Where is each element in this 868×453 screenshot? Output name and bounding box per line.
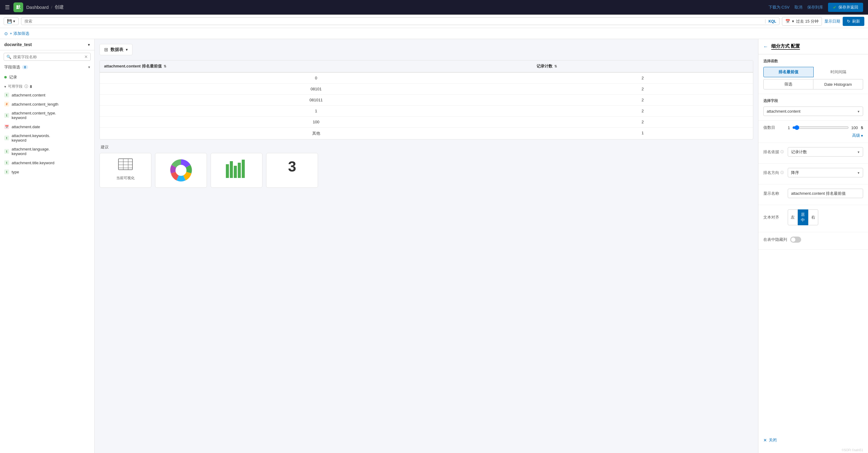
suggestion-card-pie[interactable] — [155, 153, 207, 188]
slider-value: 5 — [861, 125, 863, 130]
align-left-button[interactable]: 左 — [788, 209, 798, 225]
search-input[interactable] — [24, 19, 763, 24]
field-item-attachment-keywords[interactable]: t attachment.keywords.keyword — [0, 131, 94, 145]
field-item-attachment-content[interactable]: t attachment.content — [0, 90, 94, 99]
func-date-histogram-button[interactable]: Date Histogram — [813, 79, 863, 89]
center-panel: ⊞ 数据表 ▾ attachment.content 排名最前值 ⇅ 记录计数 … — [95, 39, 758, 453]
display-name-section: 显示名称 — [758, 184, 868, 205]
suggestions-grid: 当前可视化 — [99, 153, 753, 188]
table-cell: 08101 — [100, 84, 532, 94]
field-item-attachment-content-length[interactable]: # attachment.content_length — [0, 99, 94, 109]
panel-header: ← 细分方式 配置 — [758, 39, 868, 54]
refresh-icon: ↻ — [847, 19, 850, 24]
table-row: 其他 1 — [100, 128, 753, 139]
field-filter-label: 字段筛选 0 — [4, 64, 28, 70]
display-name-label: 显示名称 — [763, 191, 785, 196]
nav-title: Dashboard — [26, 5, 49, 10]
index-chevron-icon: ▾ — [88, 42, 90, 47]
sort-by-label: 排名依据 ⓘ — [763, 149, 785, 155]
field-filter-badge: 0 — [22, 65, 28, 69]
hide-column-label: 在表中隐藏列 — [763, 237, 787, 242]
kql-badge[interactable]: KQL — [765, 19, 776, 24]
svg-point-7 — [176, 165, 186, 176]
nav-actions: 下载为 CSV 取消 保存到库 ✔ 保存并返回 — [769, 3, 863, 12]
table-cell: 2 — [532, 95, 753, 105]
svg-rect-8 — [226, 164, 229, 178]
table-cell: 2 — [532, 105, 753, 116]
values-count-slider[interactable] — [792, 125, 849, 130]
back-button[interactable]: ← — [763, 44, 768, 50]
filter-expand-icon[interactable]: ⊙ — [4, 31, 8, 36]
align-center-button[interactable]: 居中 — [798, 209, 808, 225]
field-list: t attachment.content # attachment.conten… — [0, 90, 94, 453]
download-csv-button[interactable]: 下载为 CSV — [769, 5, 789, 10]
field-item-attachment-language[interactable]: t attachment.language.keyword — [0, 145, 94, 158]
field-item-attachment-content-type[interactable]: t attachment.content_type.keyword — [0, 109, 94, 122]
data-table-panel: attachment.content 排名最前值 ⇅ 记录计数 ⇅ 0 2 08… — [99, 60, 753, 140]
field-item-attachment-date[interactable]: 📅 attachment.date — [0, 122, 94, 131]
clear-search-icon[interactable]: ✕ — [84, 54, 88, 59]
close-button[interactable]: ✕ 关闭 — [758, 433, 868, 447]
save-return-button[interactable]: ✔ 保存并返回 — [828, 3, 863, 12]
values-count-section: 值数目 1 100 5 高级 ▾ — [758, 121, 868, 143]
index-selector[interactable]: docwrite_test ▾ — [0, 39, 94, 50]
close-icon: ✕ — [763, 438, 767, 443]
table-row: 1 2 — [100, 105, 753, 117]
field-type-badge: 📅 — [4, 124, 9, 129]
time-picker[interactable]: 📅 ▾ 过去 15 分钟 — [782, 17, 822, 26]
suggestion-card-number[interactable]: 3 — [266, 153, 318, 188]
table-cell: 081011 — [100, 95, 532, 105]
table-cell: 1 — [100, 105, 532, 116]
cancel-button[interactable]: 取消 — [795, 5, 802, 10]
func-top-values-button[interactable]: 排名最前值 — [763, 67, 814, 77]
hamburger-icon[interactable]: ☰ — [5, 4, 10, 11]
column-header-count[interactable]: 记录计数 ⇅ — [532, 60, 753, 72]
hide-column-row: 在表中隐藏列 — [763, 237, 863, 243]
advanced-toggle[interactable]: 高级 ▾ — [852, 133, 863, 138]
field-item-type[interactable]: t type — [0, 167, 94, 176]
func-time-interval-button[interactable]: 时间间隔 — [814, 67, 863, 77]
align-right-button[interactable]: 右 — [808, 209, 818, 225]
field-search-input[interactable] — [13, 55, 84, 59]
field-select[interactable]: attachment.content — [763, 107, 863, 116]
top-navigation: ☰ 默 Dashboard / 创建 下载为 CSV 取消 保存到库 ✔ 保存并… — [0, 0, 868, 14]
sort-by-section: 排名依据 ⓘ 记录计数 — [758, 143, 868, 163]
text-align-label: 文本对齐 — [763, 215, 785, 220]
field-name: type — [11, 170, 19, 174]
column-header-content[interactable]: attachment.content 排名最前值 ⇅ — [100, 60, 532, 72]
show-date-button[interactable]: 显示日期 — [824, 19, 840, 24]
sort-by-select[interactable]: 记录计数 — [788, 147, 863, 157]
records-item[interactable]: 记录 — [0, 72, 94, 82]
suggestions-title: 建议 — [99, 144, 753, 150]
add-filter-button[interactable]: + 添加筛选 — [10, 31, 29, 36]
pie-chart-icon — [169, 158, 193, 183]
select-field-title: 选择字段 — [763, 98, 863, 103]
sort-direction-select[interactable]: 降序 — [788, 168, 863, 177]
suggestions-panel: 建议 当前可视化 — [99, 144, 753, 188]
sort-direction-section: 排名方向 ⓘ 降序 — [758, 163, 868, 184]
visualization-type-selector[interactable]: ⊞ 数据表 ▾ — [99, 44, 132, 55]
field-type-badge: t — [4, 113, 9, 118]
field-filter-row: 字段筛选 0 ▾ — [0, 63, 94, 72]
text-align-section: 文本对齐 左 居中 右 — [758, 205, 868, 232]
func-filter-button[interactable]: 筛选 — [763, 79, 813, 89]
field-filter-chevron-icon[interactable]: ▾ — [88, 65, 90, 69]
hide-column-toggle[interactable] — [790, 237, 801, 243]
field-item-attachment-title[interactable]: t attachment.title.keyword — [0, 158, 94, 167]
viz-chevron-icon: ▾ — [126, 47, 128, 52]
table-cell: 1 — [532, 128, 753, 139]
suggestion-card-bar[interactable] — [211, 153, 262, 188]
values-count-label: 值数目 — [763, 125, 785, 130]
refresh-button[interactable]: ↻ 刷新 — [843, 17, 864, 26]
field-search-wrap: 🔍 ✕ — [4, 53, 91, 61]
svg-rect-10 — [234, 166, 237, 178]
hide-column-section: 在表中隐藏列 — [758, 232, 868, 250]
field-name: attachment.keywords.keyword — [11, 133, 50, 143]
svg-rect-0 — [118, 159, 132, 170]
suggestion-card-table[interactable]: 当前可视化 — [99, 153, 151, 188]
save-search-button[interactable]: 💾 ▾ — [4, 18, 19, 25]
display-name-input[interactable] — [788, 189, 863, 198]
table-cell: 其他 — [100, 128, 532, 139]
table-row: 100 2 — [100, 117, 753, 128]
save-to-library-button[interactable]: 保存到库 — [807, 5, 823, 10]
